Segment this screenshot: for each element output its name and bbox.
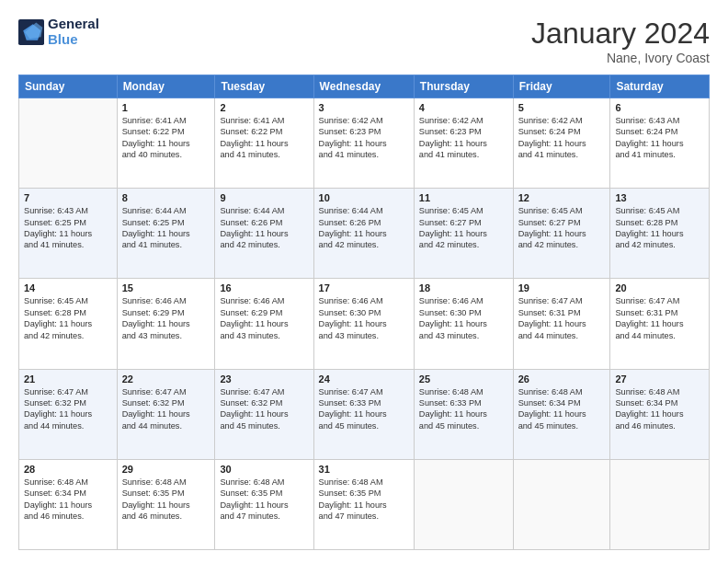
cell-info: Sunrise: 6:46 AM Sunset: 6:30 PM Dayligh…	[319, 295, 409, 341]
cell-info: Sunrise: 6:43 AM Sunset: 6:24 PM Dayligh…	[615, 115, 704, 161]
cell-info: Sunrise: 6:48 AM Sunset: 6:35 PM Dayligh…	[122, 477, 210, 523]
logo-text: General Blue	[48, 17, 99, 47]
cell-info: Sunrise: 6:43 AM Sunset: 6:25 PM Dayligh…	[24, 205, 112, 251]
calendar-cell: 5Sunrise: 6:42 AM Sunset: 6:24 PM Daylig…	[513, 98, 610, 189]
month-title: January 2024	[531, 17, 710, 51]
cell-info: Sunrise: 6:48 AM Sunset: 6:34 PM Dayligh…	[615, 386, 704, 432]
cell-info: Sunrise: 6:47 AM Sunset: 6:33 PM Dayligh…	[319, 386, 409, 432]
cell-info: Sunrise: 6:47 AM Sunset: 6:32 PM Dayligh…	[220, 386, 308, 432]
calendar-cell: 16Sunrise: 6:46 AM Sunset: 6:29 PM Dayli…	[215, 279, 313, 369]
day-number: 29	[122, 464, 210, 475]
cell-info: Sunrise: 6:42 AM Sunset: 6:24 PM Dayligh…	[518, 115, 606, 161]
calendar-cell	[513, 459, 610, 549]
day-number: 3	[319, 102, 409, 113]
col-header-saturday: Saturday	[610, 75, 710, 98]
logo-icon	[18, 19, 44, 45]
cell-info: Sunrise: 6:42 AM Sunset: 6:23 PM Dayligh…	[319, 115, 409, 161]
calendar-cell: 14Sunrise: 6:45 AM Sunset: 6:28 PM Dayli…	[19, 279, 118, 369]
week-row-4: 28Sunrise: 6:48 AM Sunset: 6:34 PM Dayli…	[19, 459, 710, 549]
calendar-cell: 27Sunrise: 6:48 AM Sunset: 6:34 PM Dayli…	[610, 369, 710, 459]
cell-info: Sunrise: 6:45 AM Sunset: 6:28 PM Dayligh…	[24, 295, 112, 341]
day-number: 14	[24, 282, 112, 293]
cell-info: Sunrise: 6:41 AM Sunset: 6:22 PM Dayligh…	[220, 115, 308, 161]
calendar-cell: 19Sunrise: 6:47 AM Sunset: 6:31 PM Dayli…	[513, 279, 610, 369]
location: Nane, Ivory Coast	[531, 51, 710, 65]
col-header-sunday: Sunday	[19, 75, 118, 98]
calendar-cell: 22Sunrise: 6:47 AM Sunset: 6:32 PM Dayli…	[117, 369, 215, 459]
cell-info: Sunrise: 6:46 AM Sunset: 6:29 PM Dayligh…	[220, 295, 308, 341]
cell-info: Sunrise: 6:48 AM Sunset: 6:34 PM Dayligh…	[24, 477, 112, 523]
cell-info: Sunrise: 6:44 AM Sunset: 6:26 PM Dayligh…	[319, 205, 409, 251]
header: General Blue January 2024 Nane, Ivory Co…	[18, 17, 710, 65]
day-number: 4	[419, 102, 508, 113]
cell-info: Sunrise: 6:48 AM Sunset: 6:35 PM Dayligh…	[319, 477, 409, 523]
col-header-thursday: Thursday	[414, 75, 513, 98]
day-number: 20	[615, 282, 704, 293]
day-number: 22	[122, 373, 210, 385]
day-number: 19	[518, 282, 606, 293]
day-number: 25	[419, 373, 508, 385]
calendar-cell: 28Sunrise: 6:48 AM Sunset: 6:34 PM Dayli…	[19, 459, 118, 549]
col-header-friday: Friday	[513, 75, 610, 98]
day-number: 31	[319, 464, 409, 475]
day-number: 15	[122, 282, 210, 293]
calendar-cell: 8Sunrise: 6:44 AM Sunset: 6:25 PM Daylig…	[117, 189, 215, 279]
calendar-cell: 9Sunrise: 6:44 AM Sunset: 6:26 PM Daylig…	[215, 189, 313, 279]
day-number: 30	[220, 464, 308, 475]
day-number: 9	[220, 192, 308, 203]
calendar-cell: 30Sunrise: 6:48 AM Sunset: 6:35 PM Dayli…	[215, 459, 313, 549]
logo: General Blue	[18, 17, 99, 47]
day-number: 16	[220, 282, 308, 293]
cell-info: Sunrise: 6:42 AM Sunset: 6:23 PM Dayligh…	[419, 115, 508, 161]
cell-info: Sunrise: 6:45 AM Sunset: 6:27 PM Dayligh…	[518, 205, 606, 251]
day-number: 23	[220, 373, 308, 385]
calendar-cell: 11Sunrise: 6:45 AM Sunset: 6:27 PM Dayli…	[414, 189, 513, 279]
calendar-cell: 4Sunrise: 6:42 AM Sunset: 6:23 PM Daylig…	[414, 98, 513, 189]
week-row-0: 1Sunrise: 6:41 AM Sunset: 6:22 PM Daylig…	[19, 98, 710, 189]
cell-info: Sunrise: 6:48 AM Sunset: 6:35 PM Dayligh…	[220, 477, 308, 523]
cell-info: Sunrise: 6:47 AM Sunset: 6:32 PM Dayligh…	[24, 386, 112, 432]
col-header-tuesday: Tuesday	[215, 75, 313, 98]
calendar-cell: 10Sunrise: 6:44 AM Sunset: 6:26 PM Dayli…	[313, 189, 414, 279]
calendar-cell: 17Sunrise: 6:46 AM Sunset: 6:30 PM Dayli…	[313, 279, 414, 369]
day-number: 21	[24, 373, 112, 385]
day-number: 2	[220, 102, 308, 113]
week-row-3: 21Sunrise: 6:47 AM Sunset: 6:32 PM Dayli…	[19, 369, 710, 459]
calendar-cell: 31Sunrise: 6:48 AM Sunset: 6:35 PM Dayli…	[313, 459, 414, 549]
day-number: 27	[615, 373, 704, 385]
page: General Blue January 2024 Nane, Ivory Co…	[0, 0, 728, 563]
day-number: 5	[518, 102, 606, 113]
cell-info: Sunrise: 6:45 AM Sunset: 6:28 PM Dayligh…	[615, 205, 704, 251]
calendar-cell: 24Sunrise: 6:47 AM Sunset: 6:33 PM Dayli…	[313, 369, 414, 459]
calendar-cell: 29Sunrise: 6:48 AM Sunset: 6:35 PM Dayli…	[117, 459, 215, 549]
day-number: 10	[319, 192, 409, 203]
calendar-cell: 26Sunrise: 6:48 AM Sunset: 6:34 PM Dayli…	[513, 369, 610, 459]
cell-info: Sunrise: 6:48 AM Sunset: 6:33 PM Dayligh…	[419, 386, 508, 432]
cell-info: Sunrise: 6:47 AM Sunset: 6:31 PM Dayligh…	[615, 295, 704, 341]
day-number: 28	[24, 464, 112, 475]
calendar-cell: 21Sunrise: 6:47 AM Sunset: 6:32 PM Dayli…	[19, 369, 118, 459]
calendar-cell: 13Sunrise: 6:45 AM Sunset: 6:28 PM Dayli…	[610, 189, 710, 279]
header-row: SundayMondayTuesdayWednesdayThursdayFrid…	[19, 75, 710, 98]
calendar-cell: 25Sunrise: 6:48 AM Sunset: 6:33 PM Dayli…	[414, 369, 513, 459]
calendar-cell: 7Sunrise: 6:43 AM Sunset: 6:25 PM Daylig…	[19, 189, 118, 279]
title-area: January 2024 Nane, Ivory Coast	[531, 17, 710, 65]
day-number: 24	[319, 373, 409, 385]
cell-info: Sunrise: 6:41 AM Sunset: 6:22 PM Dayligh…	[122, 115, 210, 161]
cell-info: Sunrise: 6:47 AM Sunset: 6:32 PM Dayligh…	[122, 386, 210, 432]
calendar-cell: 6Sunrise: 6:43 AM Sunset: 6:24 PM Daylig…	[610, 98, 710, 189]
calendar-cell: 1Sunrise: 6:41 AM Sunset: 6:22 PM Daylig…	[117, 98, 215, 189]
calendar-cell: 3Sunrise: 6:42 AM Sunset: 6:23 PM Daylig…	[313, 98, 414, 189]
day-number: 13	[615, 192, 704, 203]
day-number: 12	[518, 192, 606, 203]
calendar-cell: 15Sunrise: 6:46 AM Sunset: 6:29 PM Dayli…	[117, 279, 215, 369]
calendar-cell: 18Sunrise: 6:46 AM Sunset: 6:30 PM Dayli…	[414, 279, 513, 369]
calendar-cell: 12Sunrise: 6:45 AM Sunset: 6:27 PM Dayli…	[513, 189, 610, 279]
week-row-2: 14Sunrise: 6:45 AM Sunset: 6:28 PM Dayli…	[19, 279, 710, 369]
day-number: 17	[319, 282, 409, 293]
col-header-wednesday: Wednesday	[313, 75, 414, 98]
calendar-cell	[610, 459, 710, 549]
day-number: 11	[419, 192, 508, 203]
cell-info: Sunrise: 6:47 AM Sunset: 6:31 PM Dayligh…	[518, 295, 606, 341]
day-number: 26	[518, 373, 606, 385]
